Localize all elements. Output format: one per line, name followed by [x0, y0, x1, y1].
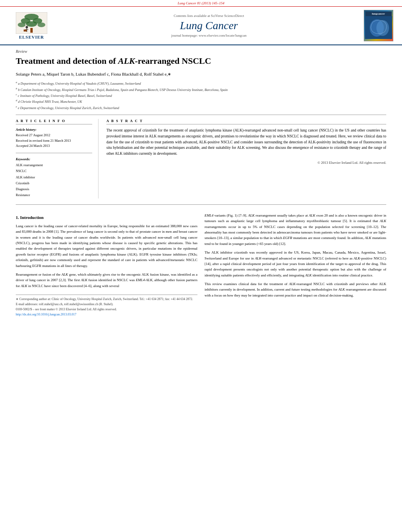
revised-date: Received in revised form 21 March 2013 — [16, 138, 92, 144]
keyword-5: Diagnosis — [16, 186, 92, 192]
cover-art-icon — [365, 16, 392, 39]
sciverse-text: Contents lists available at SciVerse Sci… — [57, 14, 361, 18]
article-meta-row: A R T I C L E I N F O Article history: R… — [16, 119, 386, 198]
svg-rect-11 — [24, 30, 27, 32]
keyword-1: ALK rearrangement — [16, 162, 92, 168]
info-divider — [16, 153, 92, 153]
article-info-heading: A R T I C L E I N F O — [16, 119, 92, 124]
journal-homepage: journal homepage: www.elsevier.com/locat… — [57, 33, 361, 37]
keywords-block: Keywords: ALK rearrangement NSCLC ALK in… — [16, 157, 92, 198]
affiliation-d: d d Christie Hospital NHS Trust, Manches… — [16, 98, 386, 104]
svg-rect-7 — [30, 28, 33, 33]
received-date: Received 27 August 2012 — [16, 133, 92, 138]
affiliations: a a Department of Oncology, University H… — [16, 80, 386, 111]
abstract-column: A B S T R A C T The recent approval of c… — [106, 119, 386, 198]
body-para-4: The ALK inhibitor crizotinib was recentl… — [205, 250, 386, 278]
elsevier-wordmark: ELSEVIER — [19, 35, 44, 39]
corresponding-footnote: ∗ Corresponding author at: Clinic of Onc… — [16, 297, 197, 302]
article-info-column: A R T I C L E I N F O Article history: R… — [16, 119, 99, 198]
authors-line: Solange Peters a, Miquel Taron b, Lukas … — [16, 71, 386, 78]
section1-title: 1. Introduction — [16, 214, 197, 221]
citation-bar: Lung Cancer 81 (2013) 145–154 — [0, 0, 402, 7]
svg-point-8 — [26, 26, 28, 28]
elsevier-tree-icon — [16, 12, 47, 34]
history-label: Article history: — [16, 128, 92, 132]
body-column-right: EML4 variants (Fig. 1) [7–9]. ALK rearra… — [205, 213, 386, 317]
svg-point-5 — [26, 21, 37, 27]
accepted-date: Accepted 24 March 2013 — [16, 143, 92, 149]
svg-point-6 — [37, 22, 45, 27]
cover-journal-label: lungcancer — [365, 11, 392, 16]
article-title: Treatment and detection of ALK-rearrange… — [16, 56, 386, 67]
body-para-3: EML4 variants (Fig. 1) [7–9]. ALK rearra… — [205, 213, 386, 247]
affiliation-e: e e Department of Oncology, University H… — [16, 105, 386, 111]
journal-cover-image: lungcancer — [361, 10, 396, 41]
journal-header-center: Contents lists available at SciVerse Sci… — [57, 14, 361, 37]
affiliation-a: a a Department of Oncology, University H… — [16, 80, 386, 86]
keyword-4: Crizotinib — [16, 180, 92, 186]
keyword-6: Resistance — [16, 192, 92, 198]
svg-point-4 — [18, 22, 26, 27]
publisher-logo: ELSEVIER — [6, 12, 57, 39]
keyword-2: NSCLC — [16, 168, 92, 174]
citation-text: Lung Cancer 81 (2013) 145–154 — [178, 1, 225, 5]
body-column-left: 1. Introduction Lung cancer is the leadi… — [16, 213, 197, 317]
footer-doi: http://dx.doi.org/10.1016/j.lungcan.2013… — [16, 312, 197, 317]
divider-before-body — [16, 204, 386, 205]
journal-name-header: Lung Cancer — [57, 19, 361, 32]
article-section-label: Review — [16, 49, 386, 54]
keyword-3: ALK inhibitor — [16, 174, 92, 180]
affiliation-c: c c Institute of Pathology, University H… — [16, 93, 386, 98]
copyright-notice: © 2013 Elsevier Ireland Ltd. All rights … — [106, 161, 386, 165]
body-para-5: This review examines clinical data for t… — [205, 281, 386, 298]
svg-point-14 — [376, 20, 389, 36]
divider-after-affiliations — [16, 115, 386, 115]
journal-cover-graphic: lungcancer — [364, 10, 393, 41]
body-para-2: Rearrangement or fusion of the ALK gene,… — [16, 272, 197, 289]
keywords-label: Keywords: — [16, 157, 92, 161]
affiliation-b: b b Catalan Institute of Oncology, Hospi… — [16, 87, 386, 93]
footer-license: 0169-5002/$ – see front matter © 2013 El… — [16, 307, 197, 312]
abstract-heading: A B S T R A C T — [106, 119, 386, 124]
journal-header: ELSEVIER Contents lists available at Sci… — [0, 7, 402, 45]
body-columns: 1. Introduction Lung cancer is the leadi… — [16, 213, 386, 317]
footnote-section: ∗ Corresponding author at: Clinic of Onc… — [16, 295, 197, 317]
article-history: Article history: Received 27 August 2012… — [16, 128, 92, 149]
article-container: Review Treatment and detection of ALK-re… — [0, 45, 402, 325]
body-para-1: Lung cancer is the leading cause of canc… — [16, 223, 197, 269]
abstract-text: The recent approval of crizotinib for th… — [106, 128, 386, 157]
email-footnote: E-mail addresses: rolf.stahel@usz.ch, ro… — [16, 302, 197, 307]
elsevier-logo: ELSEVIER — [16, 12, 47, 39]
